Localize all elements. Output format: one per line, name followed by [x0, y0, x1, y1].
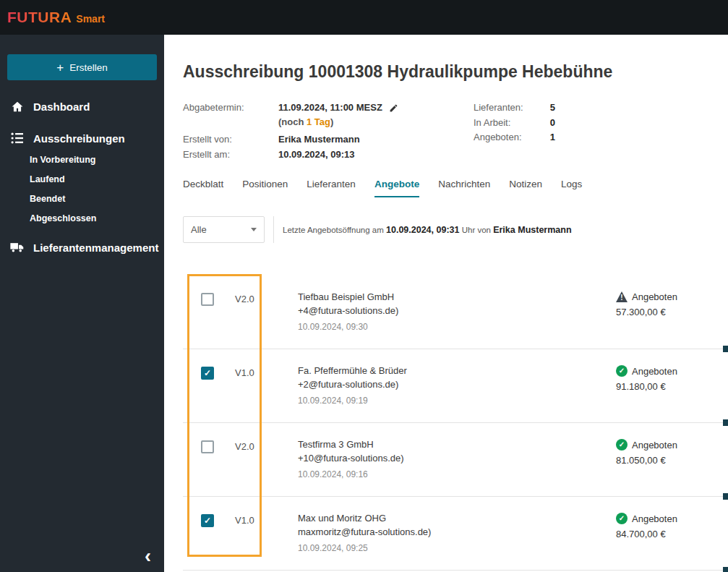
opening-info-prefix: Letzte Angebotsöffnung am: [283, 226, 386, 234]
offer-company-email: maxmoritz@futura-solutions.de): [298, 526, 431, 538]
offer-company-name: Fa. Pfeffermühle & Brüder: [298, 365, 407, 377]
offer-select-checkbox[interactable]: [201, 440, 214, 453]
deadline-value: 11.09.2024, 11:00 MESZ: [278, 101, 382, 115]
main-content: Ausschreibung 10001308 Hydraulikpumpe He…: [164, 35, 728, 572]
offer-select-checkbox[interactable]: [201, 293, 214, 306]
offer-select-checkbox[interactable]: [201, 514, 214, 527]
offer-company-block: Testfirma 3 GmbH +10@futura-solutions.de…: [298, 439, 404, 480]
offer-status-label: Angeboten: [632, 440, 677, 451]
offer-date: 10.09.2024, 09:25: [298, 543, 431, 554]
success-check-icon: [616, 439, 628, 451]
created-by-label: Erstellt von:: [183, 132, 278, 147]
offer-company-name: Max und Moritz OHG: [298, 513, 431, 524]
offer-select-checkbox[interactable]: [201, 367, 214, 380]
warning-triangle-icon: [616, 291, 628, 302]
offer-amount: 81.050,00 €: [616, 455, 677, 466]
sidebar-item-label: Dashboard: [33, 101, 90, 113]
opening-info-name: Erika Mustermann: [493, 225, 571, 235]
deadline-remaining-prefix: (noch: [278, 116, 307, 127]
offer-amount: 57.300,00 €: [616, 307, 677, 317]
offer-status-label: Angeboten: [632, 366, 677, 377]
sidebar-subitem-in-vorbereitung[interactable]: In Vorbereitung: [0, 150, 164, 169]
offer-company-name: Tiefbau Beispiel GmbH: [298, 291, 398, 303]
offer-version-label: V2.0: [235, 439, 277, 452]
created-at-value: 10.09.2024, 09:13: [278, 148, 355, 162]
top-bar: FUTURA Smart: [0, 0, 728, 35]
sidebar-subitem-abgeschlossen[interactable]: Abgeschlossen: [0, 208, 164, 228]
deadline-remaining-suffix: ): [330, 116, 333, 127]
edit-pencil-icon[interactable]: [389, 103, 398, 113]
vertical-divider: [273, 216, 274, 243]
stat-value: 1: [550, 130, 555, 145]
offer-version-label: V2.0: [235, 291, 277, 304]
header-stats: Lieferanten: 5 In Arbeit: 0 Angeboten: 1: [474, 101, 555, 145]
sidebar-sublist: In Vorbereitung Laufend Beendet Abgeschl…: [0, 150, 164, 228]
offer-status-block: Angeboten 91.180,00 €: [616, 365, 677, 392]
offer-row: V1.0 Max und Moritz OHG maxmoritz@futura…: [183, 497, 728, 571]
deadline-remaining-value: 1 Tag: [307, 116, 330, 127]
offer-status-label: Angeboten: [632, 291, 677, 302]
offer-status-block: Angeboten 81.050,00 €: [616, 439, 677, 466]
offer-status-block: Angeboten 57.300,00 €: [616, 291, 677, 317]
offer-company-email: +10@futura-solutions.de): [298, 453, 404, 464]
sidebar-subitem-beendet[interactable]: Beendet: [0, 189, 164, 208]
stat-in-arbeit: In Arbeit: 0: [474, 116, 555, 131]
stat-label: Lieferanten:: [474, 101, 523, 116]
brand-name: FUTURA: [7, 9, 72, 26]
page-title: Ausschreibung 10001308 Hydraulikpumpe He…: [183, 62, 728, 82]
offer-company-block: Tiefbau Beispiel GmbH +4@futura-solution…: [298, 291, 398, 333]
sidebar-item-dashboard[interactable]: Dashboard: [0, 98, 164, 115]
truck-icon: [10, 241, 24, 255]
create-button[interactable]: + Erstellen: [7, 54, 157, 80]
brand-suffix: Smart: [76, 13, 105, 25]
tab-notizen[interactable]: Notizen: [509, 179, 542, 197]
stat-label: Angeboten:: [474, 130, 522, 145]
list-icon: [10, 132, 24, 145]
sidebar-item-label: Lieferantenmanagement: [33, 242, 158, 254]
opening-info-date: 10.09.2024, 09:31: [386, 225, 459, 235]
deadline-label: Abgabetermin:: [183, 101, 278, 115]
stat-value: 5: [550, 101, 555, 116]
sidebar-item-ausschreibungen[interactable]: Ausschreibungen: [0, 129, 164, 147]
stat-value: 0: [550, 116, 555, 131]
offer-date: 10.09.2024, 09:19: [298, 396, 407, 406]
sidebar: + Erstellen Dashboard Ausschreibungen In…: [0, 35, 164, 572]
chevron-down-icon: [251, 228, 257, 231]
offer-amount: 84.700,00 €: [616, 529, 677, 539]
tab-angebote[interactable]: Angebote: [374, 179, 419, 197]
offer-company-block: Fa. Pfeffermühle & Brüder +2@futura-solu…: [298, 365, 407, 406]
app-logo: FUTURA Smart: [7, 9, 105, 26]
tab-lieferanten[interactable]: Lieferanten: [307, 179, 356, 197]
stat-label: In Arbeit:: [474, 116, 510, 131]
sidebar-item-label: Ausschreibungen: [33, 132, 125, 145]
offer-version-label: V1.0: [235, 365, 277, 378]
header-info: Abgabetermin: 11.09.2024, 11:00 MESZ (no…: [183, 101, 709, 162]
last-opening-info: Letzte Angebotsöffnung am 10.09.2024, 09…: [283, 225, 572, 235]
row-divider-mark: [723, 567, 728, 572]
offer-filter-dropdown[interactable]: Alle: [183, 216, 265, 243]
sidebar-collapse-chevron-icon[interactable]: ‹: [145, 547, 151, 566]
offer-company-email: +2@futura-solutions.de): [298, 379, 407, 390]
offer-row: V1.0 Fa. Pfeffermühle & Brüder +2@futura…: [183, 349, 728, 423]
tab-bar: Deckblatt Positionen Lieferanten Angebot…: [183, 179, 728, 197]
sidebar-item-lieferantenmanagement[interactable]: Lieferantenmanagement: [0, 239, 164, 256]
success-check-icon: [616, 365, 628, 377]
offer-status-block: Angeboten 84.700,00 €: [616, 513, 677, 539]
plus-icon: +: [56, 61, 64, 74]
home-icon: [10, 100, 24, 114]
offer-company-block: Max und Moritz OHG maxmoritz@futura-solu…: [298, 513, 431, 554]
tab-nachrichten[interactable]: Nachrichten: [438, 179, 490, 197]
tab-positionen[interactable]: Positionen: [242, 179, 288, 197]
dropdown-selected-value: Alle: [191, 224, 207, 235]
created-by-value: Erika Mustermann: [278, 132, 360, 147]
offer-amount: 91.180,00 €: [616, 381, 677, 392]
sidebar-subitem-laufend[interactable]: Laufend: [0, 169, 164, 189]
tab-logs[interactable]: Logs: [561, 179, 582, 197]
filter-row: Alle Letzte Angebotsöffnung am 10.09.202…: [183, 216, 728, 243]
offer-row: V2.0 Tiefbau Beispiel GmbH +4@futura-sol…: [183, 276, 728, 349]
success-check-icon: [616, 513, 628, 524]
create-button-label: Erstellen: [69, 62, 108, 73]
stat-angeboten: Angeboten: 1: [474, 130, 555, 145]
opening-info-middle: Uhr von: [460, 226, 494, 234]
tab-deckblatt[interactable]: Deckblatt: [183, 179, 223, 197]
